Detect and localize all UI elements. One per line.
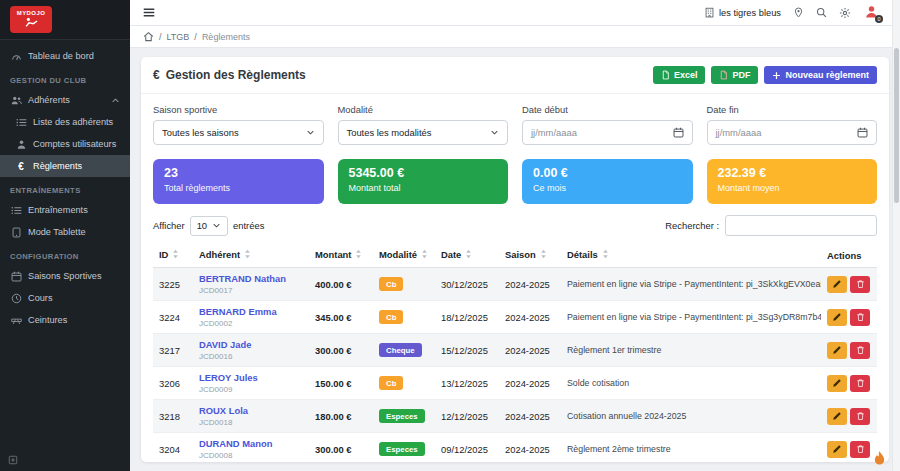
sidebar-item-tableau-de-bord[interactable]: Tableau de bord xyxy=(0,45,130,67)
edit-button[interactable] xyxy=(827,342,847,359)
adherent-link[interactable]: BERNARD Emma xyxy=(199,306,303,317)
sidebar-item-comptes-utilisateurs[interactable]: Comptes utilisateurs xyxy=(0,133,130,155)
club-name: les tigres bleus xyxy=(719,8,781,18)
filter-modalite: ModalitéToutes les modalités xyxy=(338,104,509,145)
cell-actions xyxy=(821,400,877,433)
sidebar-item-mode-tablette[interactable]: Mode Tablette xyxy=(0,221,130,243)
delete-button[interactable] xyxy=(850,441,870,458)
saison-sportive-select[interactable]: Toutes les saisons xyxy=(153,120,324,145)
delete-button[interactable] xyxy=(850,276,870,293)
table-row: 3224BERNARD EmmaJCD0002345.00 €Cb18/12/2… xyxy=(153,301,877,334)
new-payment-button[interactable]: Nouveau règlement xyxy=(764,66,877,84)
club-selector[interactable]: les tigres bleus xyxy=(704,7,781,18)
adherent-link[interactable]: DURAND Manon xyxy=(199,438,303,449)
sidebar-item-label: Liste des adhérents xyxy=(33,117,113,127)
edit-icon xyxy=(832,444,842,454)
cell-date: 30/12/2025 xyxy=(435,268,499,301)
sidebar-item-liste-des-adherents[interactable]: Liste des adhérents xyxy=(0,111,130,133)
sidebar-item-reglements[interactable]: €Règlements xyxy=(0,155,130,177)
profiler-flame-icon[interactable] xyxy=(872,450,887,467)
cell-modality: Especes xyxy=(373,400,435,433)
sidebar: MYDOJO Tableau de bordGESTION DU CLUBAdh… xyxy=(0,0,130,471)
modalite-select[interactable]: Toutes les modalités xyxy=(338,120,509,145)
breadcrumb: / LTGB / Règlements xyxy=(130,26,900,48)
page-size-select[interactable]: 10 xyxy=(190,216,228,236)
topbar: les tigres bleus 0 xyxy=(130,0,900,26)
column-header-saison[interactable]: Saison xyxy=(499,243,561,268)
cell-season: 2024-2025 xyxy=(499,367,561,400)
stat-label: Ce mois xyxy=(533,183,682,193)
sidebar-item-label: Règlements xyxy=(33,161,82,171)
column-header-modalite[interactable]: Modalité xyxy=(373,243,435,268)
adherent-code: JCD0008 xyxy=(199,451,303,460)
adherent-link[interactable]: ROUX Lola xyxy=(199,405,303,416)
calendar-icon xyxy=(10,271,22,282)
column-header-actions: Actions xyxy=(821,243,877,268)
column-header-details[interactable]: Détails xyxy=(561,243,821,268)
delete-button[interactable] xyxy=(850,375,870,392)
edit-icon xyxy=(832,378,842,388)
cell-modality: Cb xyxy=(373,268,435,301)
delete-button[interactable] xyxy=(850,408,870,425)
column-header-id[interactable]: ID xyxy=(153,243,193,268)
search-wrap: Rechercher : xyxy=(665,215,877,236)
scrollbar-thumb[interactable] xyxy=(894,48,899,203)
header-actions: Excel PDF Nouveau règlement xyxy=(653,66,877,84)
breadcrumb-ltgb[interactable]: LTGB xyxy=(167,32,190,42)
home-icon[interactable] xyxy=(143,31,154,42)
excel-export-button[interactable]: Excel xyxy=(653,66,706,84)
cell-actions xyxy=(821,301,877,334)
sidebar-item-cours[interactable]: Cours xyxy=(0,287,130,309)
sidebar-item-saisons-sportives[interactable]: Saisons Sportives xyxy=(0,265,130,287)
edit-button[interactable] xyxy=(827,375,847,392)
select-value: Toutes les modalités xyxy=(347,127,432,138)
adherent-link[interactable]: LEROY Jules xyxy=(199,372,303,383)
sidebar-item-entrainements[interactable]: Entraînements xyxy=(0,199,130,221)
page-title: € Gestion des Règlements xyxy=(153,68,306,82)
filter-label: Date début xyxy=(522,104,693,115)
adherent-code: JCD0018 xyxy=(199,418,303,427)
cell-season: 2024-2025 xyxy=(499,433,561,463)
sidebar-item-label: Comptes utilisateurs xyxy=(33,139,116,149)
cell-date: 13/12/2025 xyxy=(435,367,499,400)
column-header-montant[interactable]: Montant xyxy=(309,243,373,268)
edit-button[interactable] xyxy=(827,408,847,425)
chevron-up-icon xyxy=(111,96,120,105)
search-icon[interactable] xyxy=(816,7,827,18)
sidebar-item-label: Tableau de bord xyxy=(28,51,94,61)
scrollbar[interactable] xyxy=(892,0,900,471)
edit-button[interactable] xyxy=(827,276,847,293)
cell-id: 3218 xyxy=(153,400,193,433)
sort-icon xyxy=(465,249,472,261)
sidebar-item-ceintures[interactable]: Ceintures xyxy=(0,309,130,331)
delete-button[interactable] xyxy=(850,342,870,359)
expand-icon[interactable] xyxy=(8,455,18,465)
sidebar-item-adherents[interactable]: Adhérents xyxy=(0,89,130,111)
edit-button[interactable] xyxy=(827,441,847,458)
adherent-link[interactable]: DAVID Jade xyxy=(199,339,303,350)
date-debut-input[interactable]: jj/mm/aaaa xyxy=(522,120,693,145)
cell-modality: Cb xyxy=(373,367,435,400)
column-header-date[interactable]: Date xyxy=(435,243,499,268)
adherent-link[interactable]: BERTRAND Nathan xyxy=(199,273,303,284)
dashboard-icon xyxy=(10,51,22,62)
settings-gear-icon[interactable] xyxy=(839,7,851,19)
cell-date: 09/12/2025 xyxy=(435,433,499,463)
user-icon xyxy=(15,139,27,150)
location-pin-icon[interactable] xyxy=(793,7,804,18)
menu-toggle-icon[interactable] xyxy=(142,6,156,19)
edit-button[interactable] xyxy=(827,309,847,326)
cell-details: Règlement 2ème trimestre xyxy=(561,433,821,463)
date-placeholder: jj/mm/aaaa xyxy=(531,127,577,138)
user-avatar[interactable]: 0 xyxy=(863,4,880,21)
logo-text: MYDOJO xyxy=(17,10,45,17)
column-header-adherent[interactable]: Adhérent xyxy=(193,243,309,268)
delete-button[interactable] xyxy=(850,309,870,326)
cell-actions xyxy=(821,268,877,301)
logo-mydojo[interactable]: MYDOJO xyxy=(10,6,52,33)
date-fin-input[interactable]: jj/mm/aaaa xyxy=(707,120,878,145)
search-input[interactable] xyxy=(725,215,877,236)
cell-date: 12/12/2025 xyxy=(435,400,499,433)
cell-actions xyxy=(821,433,877,463)
pdf-export-button[interactable]: PDF xyxy=(711,66,758,84)
